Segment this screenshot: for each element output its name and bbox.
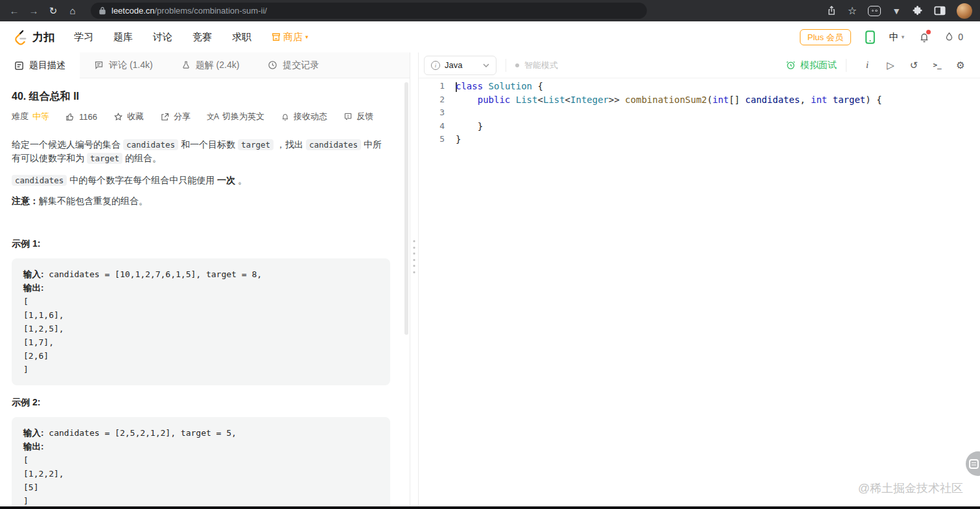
smart-mode-dot-icon — [515, 63, 519, 67]
streak-flame-icon — [944, 31, 954, 43]
daily-streak[interactable]: 0 — [944, 31, 963, 43]
url-path: /problems/combination-sum-ii/ — [155, 6, 267, 16]
mock-interview-button[interactable]: 模拟面试 — [786, 60, 837, 71]
side-panel-icon[interactable] — [934, 6, 946, 16]
line-number: 3 — [419, 106, 445, 120]
chevron-down-icon — [483, 63, 489, 67]
language-caret-icon: ▾ — [902, 34, 905, 40]
problem-tabbar: 题目描述 评论 (1.4k) 题解 (2.4k) 提交记录 — [0, 52, 410, 78]
comment-icon — [94, 60, 104, 70]
like-button[interactable]: 1166 — [65, 112, 97, 122]
reset-code-icon[interactable]: ↺ — [902, 60, 926, 71]
v-extension-icon[interactable]: ▼ — [892, 6, 901, 16]
code-line-text: } — [456, 120, 483, 133]
reading-list-extension-icon[interactable] — [868, 6, 881, 16]
difficulty: 难度 中等 — [12, 111, 49, 122]
line-number: 2 — [419, 93, 445, 107]
toolbar-separator — [846, 59, 846, 72]
tab-comments[interactable]: 评论 (1.4k) — [80, 52, 167, 78]
share-page-icon[interactable] — [826, 5, 837, 16]
logo-text: 力扣 — [32, 30, 54, 45]
feedback-icon — [344, 112, 353, 121]
code-line[interactable]: 3 — [419, 106, 980, 120]
nav-item-problems[interactable]: 题库 — [113, 31, 133, 43]
example-1-heading: 示例 1: — [12, 238, 390, 250]
subscribe-button[interactable]: 接收动态 — [281, 111, 327, 122]
streak-count: 0 — [958, 32, 963, 42]
lock-icon — [99, 6, 106, 15]
editor-panel: i Java 智能模式 模拟面试 i ▷ — [419, 52, 980, 509]
problem-stats-row: 难度 中等 1166 收藏 — [12, 111, 390, 122]
plus-member-button[interactable]: Plus 会员 — [800, 29, 851, 45]
example-2-block: 输入: candidates = [2,5,2,1,2], target = 5… — [12, 417, 390, 509]
leetcode-logo[interactable]: 力扣 — [13, 29, 54, 45]
inline-code: candidates — [306, 139, 361, 150]
browser-toolbar: ← → ↻ ⌂ leetcode.cn /problems/combinatio… — [0, 0, 980, 21]
leetcode-logo-icon — [13, 29, 28, 45]
problem-panel: 题目描述 评论 (1.4k) 题解 (2.4k) 提交记录 — [0, 52, 410, 509]
editor-toolbar: i Java 智能模式 模拟面试 i ▷ — [419, 52, 980, 78]
example-2-heading: 示例 2: — [12, 397, 390, 409]
tab-solutions[interactable]: 题解 (2.4k) — [167, 52, 254, 78]
smart-mode-toggle[interactable]: 智能模式 — [515, 60, 558, 71]
left-panel-scrollbar[interactable] — [404, 82, 408, 335]
bookmark-star-icon[interactable]: ☆ — [848, 5, 857, 17]
editor-settings-icon[interactable]: ⚙ — [949, 60, 972, 71]
favorite-button[interactable]: 收藏 — [113, 111, 144, 122]
code-line-text: } — [456, 133, 461, 146]
browser-forward-button[interactable]: → — [26, 3, 41, 19]
site-navbar: 力扣 学习 题库 讨论 竞赛 求职 商店 ▾ Plus 会员 中 ▾ — [0, 21, 980, 52]
description-icon — [14, 61, 24, 71]
line-number: 5 — [419, 133, 445, 146]
drag-handle-icon[interactable] — [414, 240, 415, 273]
address-bar[interactable]: leetcode.cn /problems/combination-sum-ii… — [91, 3, 647, 19]
language-selector[interactable]: 中 ▾ — [889, 31, 905, 43]
run-code-icon[interactable]: ▷ — [879, 60, 902, 71]
code-line[interactable]: 2 public List<List<Integer>> combination… — [419, 93, 980, 107]
thumbs-up-icon — [65, 112, 75, 122]
code-line[interactable]: 4 } — [419, 120, 980, 133]
editor-info-icon[interactable]: i — [856, 60, 879, 71]
feedback-button[interactable]: 反馈 — [344, 111, 373, 122]
code-line[interactable]: 5} — [419, 133, 980, 146]
translate-icon: 文A — [207, 111, 218, 122]
line-number: 1 — [419, 80, 445, 93]
nav-item-contest[interactable]: 竞赛 — [192, 31, 212, 43]
problem-content: 40. 组合总和 II 难度 中等 1166 收 — [0, 78, 410, 509]
tab-description[interactable]: 题目描述 — [0, 52, 80, 78]
main-split: 题目描述 评论 (1.4k) 题解 (2.4k) 提交记录 — [0, 52, 980, 509]
screen-bottom-edge — [0, 506, 980, 509]
store-icon — [272, 32, 281, 41]
description-paragraph-2: candidates 中的每个数字在每个组合中只能使用 一次 。 — [12, 174, 390, 187]
browser-profile-avatar[interactable] — [957, 3, 972, 19]
tab-submissions[interactable]: 提交记录 — [253, 52, 333, 78]
code-line-text: public List<List<Integer>> combinationSu… — [456, 93, 882, 107]
nav-item-discuss[interactable]: 讨论 — [153, 31, 172, 43]
mobile-app-icon[interactable] — [865, 30, 875, 44]
nav-item-jobs[interactable]: 求职 — [232, 31, 251, 43]
inline-code: candidates — [12, 175, 67, 186]
extensions-puzzle-icon[interactable] — [912, 5, 923, 16]
watermark: @稀土掘金技术社区 — [858, 481, 963, 496]
example-1-block: 输入: candidates = [10,1,2,7,6,1,5], targe… — [12, 258, 390, 385]
line-number: 4 — [419, 120, 445, 133]
switch-language-button[interactable]: 文A 切换为英文 — [207, 111, 264, 122]
url-host: leetcode.cn — [111, 6, 155, 16]
language-dropdown[interactable]: i Java — [424, 56, 496, 75]
notifications-button[interactable] — [918, 31, 930, 43]
selected-language: Java — [445, 60, 462, 70]
bell-outline-icon — [281, 112, 290, 122]
console-icon[interactable]: >_ — [926, 61, 949, 69]
browser-reload-button[interactable]: ↻ — [45, 3, 61, 19]
survey-icon — [969, 459, 979, 469]
code-line[interactable]: 1class Solution { — [419, 80, 980, 93]
nav-item-store[interactable]: 商店 ▾ — [272, 31, 309, 43]
panel-resize-divider[interactable] — [410, 52, 419, 509]
alarm-clock-icon — [786, 60, 796, 71]
browser-back-button[interactable]: ← — [6, 3, 22, 19]
browser-home-button[interactable]: ⌂ — [65, 3, 80, 19]
nav-item-learn[interactable]: 学习 — [74, 31, 93, 43]
share-button[interactable]: 分享 — [160, 111, 191, 122]
description-paragraph-1: 给定一个候选人编号的集合 candidates 和一个目标数 target ，找… — [12, 138, 390, 165]
code-editor[interactable]: 1class Solution {2 public List<List<Inte… — [419, 78, 980, 509]
